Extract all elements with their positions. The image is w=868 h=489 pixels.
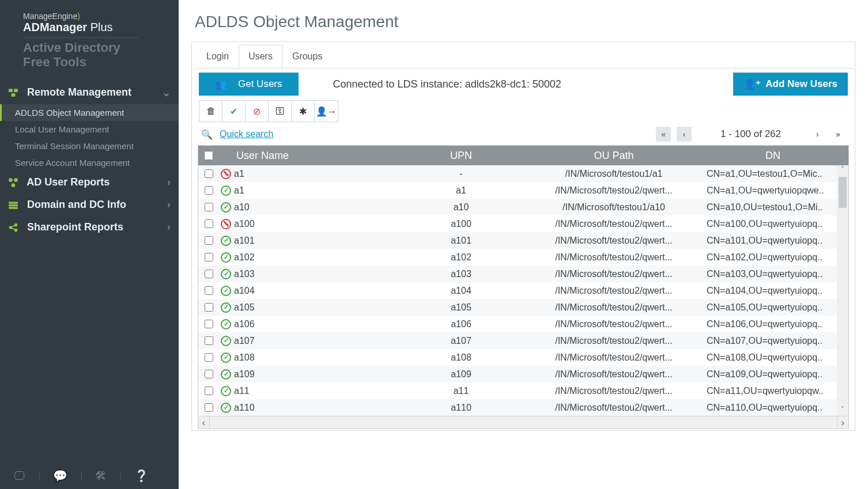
delete-button[interactable]: 🗑 — [199, 101, 222, 122]
cell-username: a100 — [233, 219, 392, 229]
col-username[interactable]: User Name — [219, 150, 392, 162]
nav-group-remote-management[interactable]: Remote Management ⌄ — [0, 81, 179, 104]
reset-password-button[interactable]: ⚿ — [269, 101, 292, 122]
row-checkbox-cell — [198, 320, 219, 328]
quick-search-link[interactable]: Quick search — [220, 129, 273, 139]
table-row[interactable]: a100a100/IN/Microsoft/testou2/qwert...CN… — [198, 215, 848, 232]
nav-group-domain-dc-info[interactable]: Domain and DC Info › — [0, 194, 179, 216]
row-checkbox[interactable] — [205, 386, 213, 395]
scroll-thumb[interactable] — [839, 177, 847, 208]
brand-paren-icon: ) — [77, 12, 80, 21]
cell-username: a107 — [233, 336, 392, 346]
col-ou[interactable]: OU Path — [530, 150, 697, 162]
cell-ou: /IN/Microsoft/testou2/qwert... — [530, 286, 697, 296]
enabled-icon: ✓ — [221, 302, 231, 313]
move-user-button[interactable]: 👤→ — [315, 101, 338, 122]
table-row[interactable]: ✓a103a103/IN/Microsoft/testou2/qwert...C… — [198, 266, 848, 282]
row-checkbox[interactable] — [205, 370, 213, 378]
row-checkbox[interactable] — [205, 286, 213, 295]
cell-username: a11 — [233, 386, 392, 396]
table-row[interactable]: ✓a102a102/IN/Microsoft/testou2/qwert...C… — [198, 249, 848, 266]
add-new-users-button[interactable]: 👤⁺ Add New Users — [733, 73, 848, 96]
table-body: a1-/IN/Microsoft/testou1/a1CN=a1,OU=test… — [198, 165, 848, 416]
row-checkbox-cell — [198, 303, 219, 312]
table-row[interactable]: ✓a105a105/IN/Microsoft/testou2/qwert...C… — [198, 299, 848, 316]
table-row[interactable]: ✓a104a104/IN/Microsoft/testou2/qwert...C… — [198, 282, 848, 299]
svg-point-3 — [9, 178, 13, 182]
nav-item-local-user-management[interactable]: Local User Management — [0, 121, 179, 138]
chat-icon[interactable]: 💬 — [53, 469, 67, 483]
row-checkbox[interactable] — [205, 219, 213, 228]
users-icon: 👥 — [215, 79, 227, 90]
row-checkbox[interactable] — [205, 253, 213, 261]
row-checkbox[interactable] — [205, 320, 213, 328]
col-dn[interactable]: DN — [697, 150, 848, 162]
cell-ou: /IN/Microsoft/testou2/qwert... — [530, 302, 697, 313]
cell-upn: a104 — [392, 286, 530, 296]
chevron-right-icon: › — [167, 199, 171, 211]
page-prev-button[interactable]: ‹ — [677, 127, 692, 142]
cell-dn: CN=a102,OU=qwertyuiopq.. — [697, 252, 848, 263]
scroll-right-icon[interactable]: › — [837, 416, 848, 429]
vertical-scrollbar[interactable]: ˄ ˅ — [837, 165, 848, 416]
row-checkbox[interactable] — [205, 353, 213, 362]
row-checkbox[interactable] — [205, 403, 213, 412]
col-upn[interactable]: UPN — [392, 150, 530, 162]
disable-button[interactable]: ⊘ — [246, 101, 269, 122]
table-row[interactable]: a1-/IN/Microsoft/testou1/a1CN=a1,OU=test… — [198, 165, 848, 182]
table-row[interactable]: ✓a10a10/IN/Microsoft/testou1/a10CN=a10,O… — [198, 199, 848, 215]
row-checkbox[interactable] — [205, 236, 213, 245]
key-icon: ⚿ — [276, 106, 285, 116]
tab-users[interactable]: Users — [239, 45, 282, 68]
row-checkbox[interactable] — [205, 186, 213, 195]
enabled-icon: ✓ — [221, 369, 231, 380]
page-next-button[interactable]: › — [810, 127, 825, 142]
row-status-cell: ✓ — [219, 236, 233, 246]
enable-button[interactable]: ✔ — [222, 101, 246, 122]
search-icon[interactable]: 🔍 — [201, 129, 213, 140]
page-title: ADLDS Object Management — [179, 0, 868, 41]
horizontal-scrollbar[interactable]: ‹ › — [198, 416, 848, 429]
tab-login[interactable]: Login — [197, 45, 239, 68]
row-checkbox[interactable] — [205, 336, 213, 345]
cell-ou: /IN/Microsoft/testou2/qwert... — [530, 319, 697, 329]
select-all-checkbox[interactable] — [204, 151, 213, 160]
page-first-button[interactable]: « — [656, 127, 671, 142]
table-row[interactable]: ✓a106a106/IN/Microsoft/testou2/qwert...C… — [198, 316, 848, 332]
row-status-cell: ✓ — [219, 369, 233, 380]
settings-button[interactable]: ✱ — [292, 101, 315, 122]
monitor-icon[interactable]: 🖵 — [14, 469, 25, 483]
table-row[interactable]: ✓a101a101/IN/Microsoft/testou2/qwert...C… — [198, 232, 848, 249]
brand-divider — [23, 37, 138, 38]
scroll-up-icon[interactable]: ˄ — [841, 165, 844, 176]
nav-group-ad-user-reports[interactable]: AD User Reports › — [0, 171, 179, 194]
page-last-button[interactable]: » — [831, 127, 846, 142]
row-status-cell: ✓ — [219, 286, 233, 296]
row-checkbox[interactable] — [205, 303, 213, 312]
table-row[interactable]: ✓a110a110/IN/Microsoft/testou2/qwert...C… — [198, 399, 848, 416]
table-row[interactable]: ✓a108a108/IN/Microsoft/testou2/qwert...C… — [198, 349, 848, 366]
gear-icon: ✱ — [299, 106, 307, 117]
row-checkbox[interactable] — [205, 169, 213, 178]
nav-item-service-account-management[interactable]: Service Account Management — [0, 154, 179, 171]
table-row[interactable]: ✓a109a109/IN/Microsoft/testou2/qwert...C… — [198, 366, 848, 382]
scroll-left-icon[interactable]: ‹ — [198, 416, 210, 429]
scroll-down-icon[interactable]: ˅ — [841, 405, 844, 416]
remote-icon — [8, 88, 18, 98]
row-checkbox[interactable] — [205, 203, 213, 211]
table-row[interactable]: ✓a1a1/IN/Microsoft/testou2/qwert...CN=a1… — [198, 182, 848, 199]
tools-icon[interactable]: 🛠 — [95, 469, 107, 483]
tab-groups[interactable]: Groups — [282, 45, 332, 68]
cell-upn: - — [392, 169, 530, 179]
help-icon[interactable]: ❔ — [134, 469, 149, 483]
table-row[interactable]: ✓a11a11/IN/Microsoft/testou2/qwert...CN=… — [198, 382, 848, 399]
nav-item-adlds-object-management[interactable]: ADLDS Object Management — [0, 104, 179, 121]
row-checkbox[interactable] — [205, 270, 213, 278]
get-users-button[interactable]: 👥 Get Users — [199, 73, 299, 96]
nav-item-terminal-session-management[interactable]: Terminal Session Management — [0, 138, 179, 154]
table-row[interactable]: ✓a107a107/IN/Microsoft/testou2/qwert...C… — [198, 332, 848, 349]
move-user-icon: 👤→ — [316, 106, 337, 117]
cell-upn: a1 — [392, 185, 530, 196]
nav-group-sharepoint-reports[interactable]: Sharepoint Reports › — [0, 216, 179, 238]
nav-group-label: Domain and DC Info — [27, 199, 126, 210]
